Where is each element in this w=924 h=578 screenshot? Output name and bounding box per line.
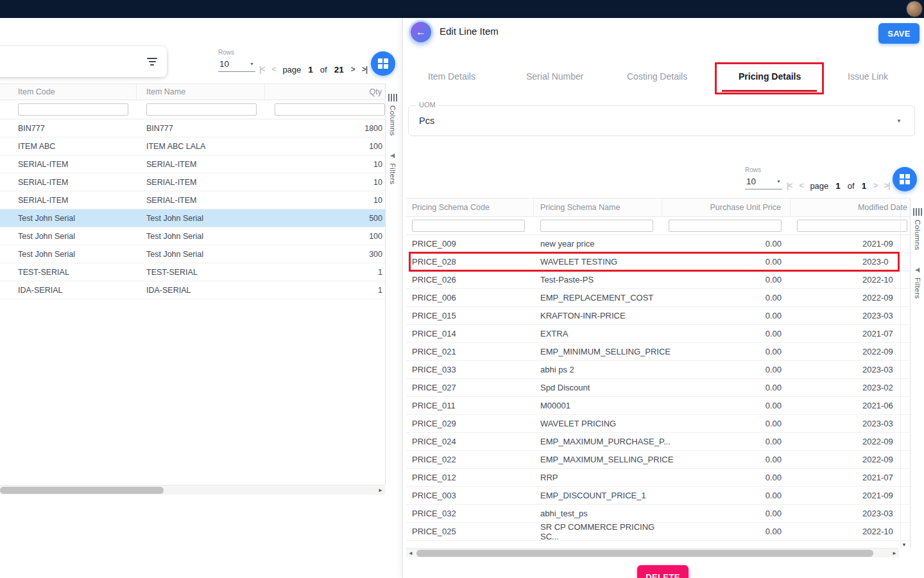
columns-rail-toggle[interactable]: Columns (913, 208, 922, 250)
schema-name-cell: M00001 (534, 401, 662, 410)
item-name-cell: Test John Serial (137, 232, 265, 241)
scroll-left-icon[interactable]: ◄ (408, 550, 413, 556)
table-row[interactable]: TEST-SERIAL TEST-SERIAL 1 (0, 263, 385, 281)
item-name-header[interactable]: Item Name (137, 84, 265, 100)
next-page-button[interactable]: > (351, 65, 355, 74)
schema-code-cell: PRICE_022 (406, 455, 534, 464)
table-row[interactable]: PRICE_032 abhi_test_ps 0.00 2023-03 (406, 505, 910, 523)
table-row[interactable]: PRICE_026 Test-Paste-PS 0.00 2022-10 (406, 271, 910, 289)
back-button[interactable]: ← (409, 20, 433, 44)
filters-rail-toggle[interactable]: Filters (914, 267, 921, 299)
prev-page-button[interactable]: < (271, 65, 275, 74)
filter-input-modified-date[interactable] (797, 220, 907, 232)
row-gutter (0, 84, 13, 100)
uom-select-field[interactable]: UOM Pcs ▼ (408, 105, 915, 136)
table-row[interactable]: PRICE_003 EMP_DISCOUNT_PRICE_1 0.00 2021… (406, 487, 910, 505)
table-row[interactable]: PRICE_033 abhi ps 2 0.00 2023-03 (406, 361, 910, 379)
pricing-table-body: PRICE_009 new year price 0.00 2021-09 PR… (406, 235, 910, 541)
prev-page-button[interactable]: < (799, 181, 803, 190)
delete-button[interactable]: DELETE (637, 565, 689, 578)
modified-date-header[interactable]: Modified Date (791, 198, 910, 216)
scroll-down-icon[interactable]: ▼ (902, 542, 907, 548)
modified-date-cell: 2022-09 (791, 437, 910, 446)
items-horizontal-scrollbar[interactable]: ► (0, 485, 385, 495)
scrollbar-thumb[interactable] (0, 487, 164, 494)
rows-value: 10 (219, 59, 229, 69)
rows-per-page-select[interactable]: 10 ▼ (218, 58, 255, 72)
item-name-cell: BIN777 (137, 124, 265, 133)
rows-per-page-select[interactable]: 10 ▼ (745, 175, 782, 189)
save-button[interactable]: SAVE (878, 23, 920, 44)
table-row[interactable]: SERIAL-ITEM SERIAL-ITEM 10 (0, 155, 385, 173)
tab-costing-details[interactable]: Costing Details (627, 71, 687, 82)
table-row[interactable]: PRICE_024 EMP_MAXIMUM_PURCHASE_P... 0.00… (406, 433, 910, 451)
columns-rail-toggle[interactable]: Columns (388, 94, 397, 136)
table-row[interactable]: PRICE_014 EXTRA 0.00 2021-07 (406, 325, 910, 343)
scroll-right-icon[interactable]: ► (378, 487, 383, 493)
modified-date-cell: 2023-03 (791, 311, 910, 320)
filter-input-unit-price[interactable] (669, 220, 782, 232)
item-name-cell: IDA-SERIAL (137, 286, 265, 295)
table-row[interactable]: PRICE_009 new year price 0.00 2021-09 (406, 235, 910, 253)
first-page-button[interactable]: |< (259, 65, 264, 74)
grid-view-button[interactable] (371, 51, 395, 76)
table-row[interactable]: PRICE_028 WAVELET TESTING 0.00 2023-0 (406, 253, 910, 271)
table-row[interactable]: PRICE_025 SR CP COMMERCE PRICING SC... 0… (406, 523, 910, 541)
table-row[interactable]: PRICE_029 WAVELET PRICING 0.00 2023-03 (406, 415, 910, 433)
tab-item-details[interactable]: Item Details (428, 71, 475, 82)
next-page-button[interactable]: > (873, 181, 877, 190)
filter-input-item-name[interactable] (146, 103, 257, 116)
table-row[interactable]: Test John Serial Test John Serial 300 (0, 245, 385, 263)
table-row[interactable]: PRICE_011 M00001 0.00 2021-06 (406, 397, 910, 415)
table-row[interactable]: BIN777 BIN777 1800 (0, 119, 385, 137)
pricing-horizontal-scrollbar[interactable]: ◄ ► (406, 548, 899, 557)
table-row[interactable]: SERIAL-ITEM SERIAL-ITEM 10 (0, 191, 385, 209)
tab-serial-number[interactable]: Serial Number (526, 71, 583, 82)
filter-input-schema-code[interactable] (412, 220, 525, 232)
table-row[interactable]: PRICE_021 EMP_MINIMUM_SELLING_PRICE 0.00… (406, 343, 910, 361)
last-page-button[interactable]: >| (362, 65, 367, 74)
unit-price-header[interactable]: Purchase Unit Price (662, 198, 791, 216)
last-page-button[interactable]: >| (884, 181, 889, 190)
table-row[interactable]: ITEM ABC ITEM ABC LALA 100 (0, 137, 385, 155)
grid-view-button[interactable] (893, 167, 917, 191)
total-pages: 21 (334, 65, 344, 74)
modified-date-cell: 2022-09 (791, 455, 910, 464)
scroll-right-icon[interactable]: ► (892, 550, 897, 556)
table-row[interactable]: PRICE_022 EMP_MAXIMUM_SELLING_PRICE 0.00… (406, 451, 910, 469)
search-input[interactable] (8, 51, 130, 72)
filter-input-qty[interactable] (275, 103, 385, 116)
user-avatar[interactable] (906, 1, 923, 17)
table-row[interactable]: PRICE_027 Spd Discount 0.00 2023-02 (406, 379, 910, 397)
filter-input-schema-name[interactable] (540, 220, 653, 232)
table-row[interactable]: IDA-SERIAL IDA-SERIAL 1 (0, 281, 385, 299)
tab-issue-link[interactable]: Issue Link (848, 71, 888, 82)
schema-code-cell: PRICE_032 (406, 509, 534, 518)
table-row[interactable]: Test John Serial Test John Serial 100 (0, 227, 385, 245)
schema-name-cell: WAVELET TESTING (534, 257, 662, 267)
schema-name-cell: WAVELET PRICING (534, 419, 662, 428)
item-qty-cell: 100 (265, 232, 385, 241)
schema-name-header[interactable]: Pricing Schema Name (534, 198, 662, 216)
table-row[interactable]: SERIAL-ITEM SERIAL-ITEM 10 (0, 173, 385, 191)
unit-price-cell: 0.00 (662, 419, 791, 428)
filters-rail-toggle[interactable]: Filters (389, 152, 397, 184)
filter-input-item-code[interactable] (18, 103, 128, 116)
filter-list-icon[interactable] (146, 56, 158, 67)
scrollbar-thumb[interactable] (416, 550, 873, 557)
first-page-button[interactable]: |< (787, 181, 792, 190)
item-code-cell: TEST-SERIAL (13, 268, 137, 277)
item-code-cell: IDA-SERIAL (13, 286, 137, 295)
qty-header[interactable]: Qty (265, 87, 385, 96)
grid-icon (378, 58, 388, 69)
table-row[interactable]: PRICE_012 RRP 0.00 2021-07 (406, 469, 910, 487)
pricing-vertical-scrollbar[interactable]: ▼ (900, 198, 907, 549)
table-row[interactable]: Test John Serial Test John Serial 500 (0, 209, 385, 227)
tab-pricing-details[interactable]: Pricing Details (739, 71, 801, 82)
schema-code-cell: PRICE_027 (406, 383, 534, 392)
schema-name-cell: EXTRA (534, 329, 662, 338)
schema-code-header[interactable]: Pricing Schema Code (406, 198, 534, 216)
table-row[interactable]: PRICE_015 KRAFTON-INR-PRICE 0.00 2023-03 (406, 307, 910, 325)
item-code-header[interactable]: Item Code (13, 84, 137, 100)
table-row[interactable]: PRICE_006 EMP_REPLACEMENT_COST 0.00 2022… (406, 289, 910, 307)
